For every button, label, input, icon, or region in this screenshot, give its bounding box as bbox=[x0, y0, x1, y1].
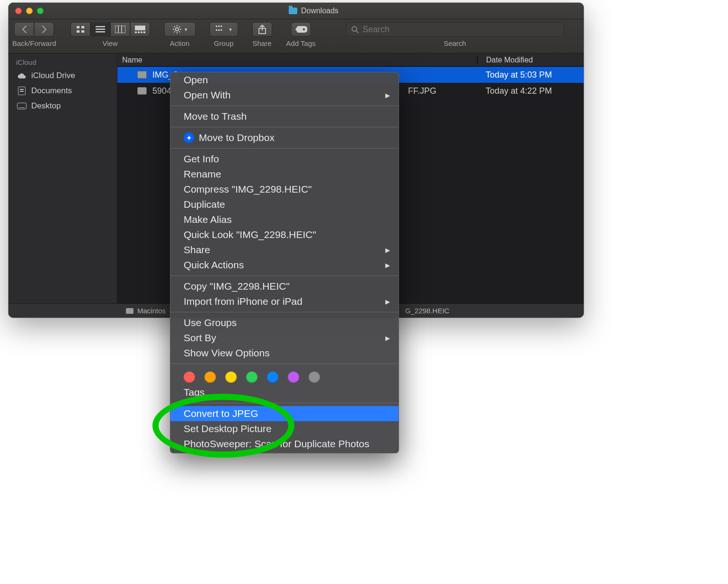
file-date: Today at 5:03 PM bbox=[477, 70, 584, 80]
svg-line-23 bbox=[179, 27, 180, 27]
menu-view-options[interactable]: Show View Options bbox=[170, 345, 399, 361]
menu-convert-to-jpeg[interactable]: Convert to JPEG bbox=[170, 406, 399, 421]
gallery-view-button[interactable] bbox=[130, 22, 150, 36]
menu-open-with[interactable]: Open With bbox=[170, 88, 399, 103]
list-view-button[interactable] bbox=[90, 22, 110, 36]
menu-set-desktop-picture[interactable]: Set Desktop Picture bbox=[170, 421, 399, 436]
path-file[interactable]: G_2298.HEIC bbox=[405, 307, 449, 315]
tag-red[interactable] bbox=[184, 372, 195, 383]
minimize-window-button[interactable] bbox=[26, 8, 33, 14]
titlebar: Downloads bbox=[9, 3, 584, 19]
addtags-label: Add Tags bbox=[286, 39, 316, 47]
svg-point-15 bbox=[175, 28, 178, 31]
menu-quick-look[interactable]: Quick Look "IMG_2298.HEIC" bbox=[170, 227, 399, 242]
svg-rect-3 bbox=[81, 30, 84, 33]
document-icon bbox=[17, 87, 27, 95]
menu-make-alias[interactable]: Make Alias bbox=[170, 212, 399, 227]
share-group: Share bbox=[252, 22, 272, 47]
menu-import-iphone[interactable]: Import from iPhone or iPad bbox=[170, 294, 399, 309]
svg-rect-11 bbox=[135, 32, 137, 34]
menu-move-to-dropbox[interactable]: ✦ Move to Dropbox bbox=[170, 130, 399, 145]
action-group: ▾ Action bbox=[164, 22, 195, 47]
menu-move-to-trash[interactable]: Move to Trash bbox=[170, 109, 399, 124]
view-group: View bbox=[71, 22, 150, 47]
svg-rect-13 bbox=[141, 32, 142, 34]
menu-separator bbox=[170, 363, 399, 364]
menu-photosweeper[interactable]: PhotoSweeper: Scan for Duplicate Photos bbox=[170, 436, 399, 451]
back-forward-label: Back/Forward bbox=[12, 39, 56, 47]
menu-compress[interactable]: Compress "IMG_2298.HEIC" bbox=[170, 182, 399, 197]
svg-rect-14 bbox=[143, 32, 145, 34]
svg-rect-2 bbox=[77, 30, 80, 33]
tag-orange[interactable] bbox=[204, 372, 216, 383]
search-group: Search bbox=[330, 22, 580, 47]
tag-blue[interactable] bbox=[267, 372, 278, 383]
action-label: Action bbox=[170, 39, 190, 47]
menu-quick-actions[interactable]: Quick Actions bbox=[170, 257, 399, 273]
back-button[interactable] bbox=[14, 22, 34, 36]
svg-rect-4 bbox=[96, 26, 105, 27]
chevron-down-icon: ▾ bbox=[185, 27, 187, 33]
chevron-right-icon bbox=[42, 26, 47, 33]
search-field[interactable] bbox=[346, 22, 564, 36]
group-label: Group bbox=[214, 39, 234, 47]
menu-get-info[interactable]: Get Info bbox=[170, 151, 399, 167]
tag-yellow[interactable] bbox=[225, 372, 237, 383]
sidebar-section-header: iCloud bbox=[9, 56, 117, 68]
file-thumbnail-icon bbox=[137, 87, 147, 95]
menu-separator bbox=[170, 127, 399, 127]
svg-rect-0 bbox=[77, 26, 80, 28]
disk-icon bbox=[126, 308, 133, 314]
share-button[interactable] bbox=[252, 22, 272, 36]
tag-green[interactable] bbox=[246, 372, 257, 383]
tag-gray[interactable] bbox=[309, 372, 320, 383]
menu-sort-by[interactable]: Sort By bbox=[170, 330, 399, 345]
back-forward-group: Back/Forward bbox=[12, 22, 56, 47]
columns-icon bbox=[115, 26, 125, 33]
search-icon bbox=[351, 26, 359, 34]
menu-open[interactable]: Open bbox=[170, 72, 399, 88]
desktop-icon bbox=[17, 102, 27, 110]
context-menu: Open Open With Move to Trash ✦ Move to D… bbox=[170, 72, 399, 453]
column-date-header[interactable]: Date Modified bbox=[477, 56, 584, 64]
sidebar-item-label: Documents bbox=[31, 86, 72, 96]
svg-line-33 bbox=[356, 30, 358, 32]
svg-rect-29 bbox=[221, 29, 222, 31]
svg-rect-24 bbox=[216, 26, 217, 27]
window-controls bbox=[15, 8, 44, 14]
column-name-header[interactable]: Name bbox=[117, 56, 477, 64]
zoom-window-button[interactable] bbox=[37, 8, 44, 14]
svg-line-20 bbox=[174, 27, 175, 27]
menu-tags[interactable]: Tags… bbox=[170, 385, 399, 400]
forward-button[interactable] bbox=[34, 22, 54, 36]
icon-view-button[interactable] bbox=[71, 22, 90, 36]
svg-rect-7 bbox=[115, 26, 125, 33]
gallery-icon bbox=[135, 26, 145, 33]
action-button[interactable]: ▾ bbox=[164, 22, 195, 36]
menu-rename[interactable]: Rename bbox=[170, 167, 399, 182]
addtags-button[interactable] bbox=[291, 22, 311, 36]
tag-purple[interactable] bbox=[288, 372, 299, 383]
sidebar-item-icloud-drive[interactable]: iCloud Drive bbox=[9, 68, 117, 83]
sidebar-item-label: Desktop bbox=[31, 101, 61, 111]
sidebar: iCloud iCloud Drive Documents Desktop bbox=[9, 53, 117, 303]
menu-copy[interactable]: Copy "IMG_2298.HEIC" bbox=[170, 279, 399, 294]
window-title: Downloads bbox=[44, 7, 584, 15]
gear-icon bbox=[172, 25, 182, 34]
sidebar-item-documents[interactable]: Documents bbox=[9, 83, 117, 98]
svg-rect-27 bbox=[216, 29, 217, 31]
svg-rect-28 bbox=[218, 29, 220, 31]
menu-use-groups[interactable]: Use Groups bbox=[170, 315, 399, 330]
sidebar-item-desktop[interactable]: Desktop bbox=[9, 98, 117, 114]
grid-icon bbox=[76, 26, 85, 33]
svg-rect-6 bbox=[96, 31, 105, 33]
svg-rect-1 bbox=[81, 26, 84, 28]
svg-rect-5 bbox=[96, 29, 105, 30]
group-button[interactable]: ▾ bbox=[210, 22, 238, 36]
close-window-button[interactable] bbox=[15, 8, 22, 14]
menu-duplicate[interactable]: Duplicate bbox=[170, 197, 399, 212]
menu-share[interactable]: Share bbox=[170, 242, 399, 257]
path-disk[interactable]: Macintos bbox=[137, 307, 166, 315]
search-input[interactable] bbox=[363, 25, 559, 35]
column-view-button[interactable] bbox=[110, 22, 130, 36]
